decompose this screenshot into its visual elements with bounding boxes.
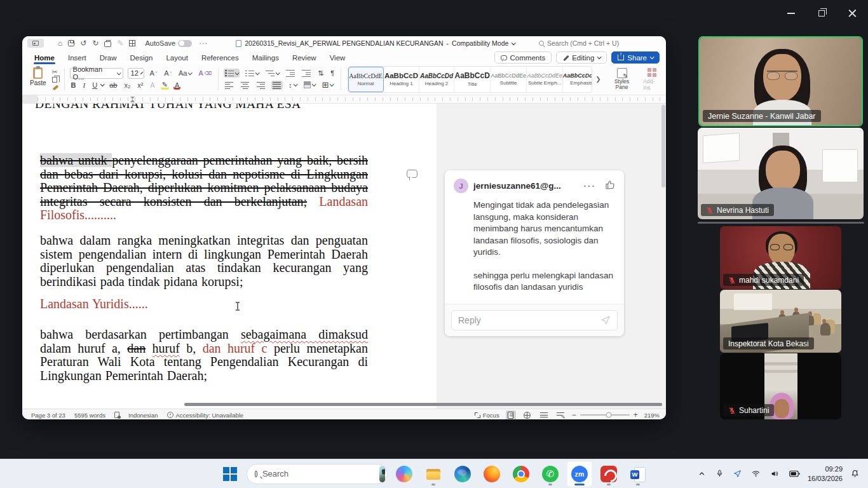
sort-button[interactable]: ⇅ [316,69,325,78]
participant-tile-mahdi[interactable]: mahdi sukamdani [720,226,841,289]
chrome-button[interactable] [508,461,534,487]
word-count[interactable]: 5595 words [74,412,105,419]
italic-button[interactable]: I [82,81,87,90]
language-indicator[interactable]: Indonesian [128,412,158,419]
superscript-button[interactable]: x² [136,81,144,90]
file-explorer-button[interactable] [421,461,446,487]
align-left-button[interactable] [224,81,235,90]
tab-draw[interactable]: Draw [99,52,118,64]
edge-button[interactable] [450,461,475,487]
style-title[interactable]: AaBbCcDTitle [454,67,491,92]
participant-tile-suhartini[interactable]: Suhartini [720,353,841,419]
location-tray-icon[interactable] [731,468,743,480]
outline-view-button[interactable] [539,410,549,420]
comment-card[interactable]: J jerniesuzanne61@g... ··· Mengingat tid… [445,170,624,336]
bullets-button[interactable] [224,69,240,78]
notification-bell-icon[interactable]: z [848,467,862,480]
comments-button[interactable]: Comments [494,51,552,64]
document-title[interactable]: 20260315_Revisi_AK_PERWAL PENGENDALIAN K… [236,39,515,47]
font-size-select[interactable]: 12 [128,68,144,79]
web-layout-view-button[interactable] [522,410,532,420]
pen-icon[interactable]: ✎ [117,39,123,47]
close-button[interactable] [841,5,863,22]
clear-formatting-button[interactable]: A⌫ [197,69,213,78]
style-subtitle[interactable]: AaBbCcDdEeSubtitle [491,67,527,92]
tab-view[interactable]: View [329,52,346,64]
save-icon[interactable] [68,40,74,46]
gallery-scrollbar[interactable] [698,222,864,224]
print-layout-view-button[interactable] [506,410,516,420]
strikethrough-button[interactable]: ab [108,81,118,90]
acrobat-button[interactable] [596,461,621,487]
shading-button[interactable] [302,81,316,89]
focus-button[interactable]: Focus [475,412,499,419]
comment-menu-button[interactable]: ··· [584,181,597,191]
underline-button[interactable]: U [91,81,98,90]
reply-input[interactable] [458,315,600,325]
tab-overview-button[interactable] [27,39,44,48]
wifi-icon[interactable] [749,468,763,480]
font-name-select[interactable]: Bookman O... [70,68,123,79]
word-search-input[interactable] [547,39,649,47]
thumbs-up-icon[interactable] [605,180,615,192]
change-case-button[interactable]: Aa [177,69,193,78]
grow-font-button[interactable]: Aˆ [149,69,159,78]
line-spacing-button[interactable]: ↕ [287,81,298,90]
numbering-button[interactable] [244,69,260,78]
word-app-button[interactable] [625,461,651,487]
bold-button[interactable]: B [70,81,78,90]
style-heading1[interactable]: AaBbCcDHeading 1 [384,67,419,92]
multilevel-list-button[interactable] [264,69,280,78]
start-button[interactable] [217,461,243,487]
tab-insert[interactable]: Insert [67,52,87,64]
hidden-icons-button[interactable] [696,468,708,480]
page-indicator[interactable]: Page 3 of 23 [31,412,65,419]
paste-button[interactable]: Paste [27,67,49,92]
copy-button[interactable] [52,77,57,83]
subscript-button[interactable]: x₂ [123,81,132,90]
zoom-level[interactable]: 219% [644,412,660,419]
redo-icon[interactable]: ↻ [92,39,98,47]
styles-gallery-more-button[interactable]: ❯ [595,76,600,83]
firefox-button[interactable] [479,461,505,487]
participant-tile-inspektorat[interactable]: Inspektorat Kota Bekasi [720,290,841,353]
print-icon[interactable] [104,41,111,47]
addins-button[interactable]: Add-ins [643,68,661,91]
autosave-toggle[interactable] [178,40,192,47]
tab-mailings[interactable]: Mailings [252,52,280,64]
align-right-button[interactable] [255,81,267,90]
reply-box[interactable] [451,310,618,330]
battery-icon[interactable] [787,468,802,480]
table-grid-icon[interactable] [129,40,135,46]
undo-icon[interactable]: ↺ [80,39,86,47]
taskbar-search-input[interactable] [262,469,374,478]
style-emphasis[interactable]: AaBbCcDdEeEmphasis [563,67,592,92]
minimize-button[interactable] [780,5,802,22]
style-heading2[interactable]: AaBbCcDdHeading 2 [419,67,454,92]
microphone-tray-icon[interactable] [714,468,726,480]
justify-button[interactable] [271,81,283,90]
word-search[interactable] [539,39,660,47]
taskbar-search[interactable] [247,464,388,484]
tab-references[interactable]: References [201,52,240,64]
shrink-font-button[interactable]: Aˇ [163,69,173,78]
document-page[interactable]: DENGAN RAHMAT TUHAN YANG MAHA ESA bahwa … [22,104,437,409]
increase-indent-button[interactable] [301,69,312,78]
tab-review[interactable]: Review [292,52,317,64]
zoom-slider[interactable]: − + [572,410,638,419]
copilot-button[interactable] [391,461,417,487]
text-effects-button[interactable]: A [149,81,156,90]
comment-anchor-icon[interactable] [407,170,417,178]
vertical-scrollbar[interactable] [661,105,665,187]
horizontal-scrollbar[interactable] [184,403,662,406]
whatsapp-button[interactable] [538,461,563,487]
weather-widget-icon[interactable] [379,466,385,482]
clock[interactable]: 09:29 16/03/2026 [808,464,843,483]
styles-pane-button[interactable]: Styles Pane [608,68,636,91]
format-painter-button[interactable] [52,83,59,90]
borders-button[interactable]: ⊞ [321,79,335,90]
editing-mode-button[interactable]: Editing [556,51,607,64]
tab-home[interactable]: Home [34,52,55,64]
participant-tile-nevrina[interactable]: Nevrina Hastuti [698,128,864,219]
restore-button[interactable] [811,5,832,22]
